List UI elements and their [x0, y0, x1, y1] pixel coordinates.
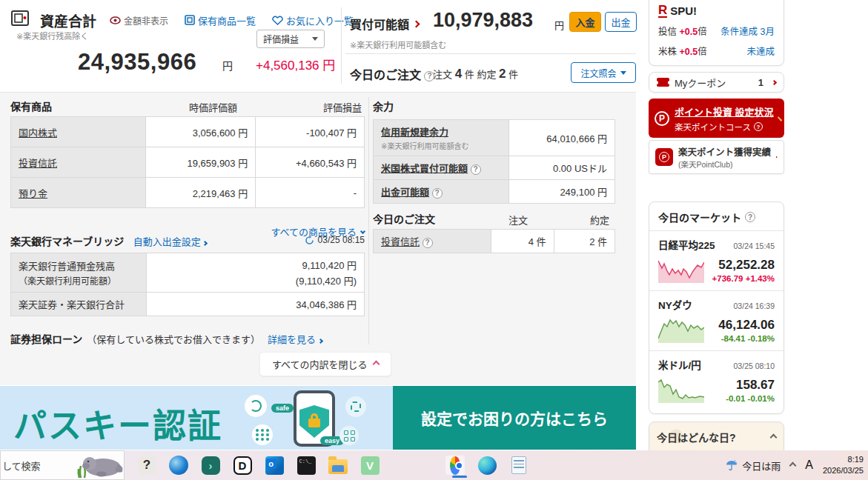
col-pl: 評価損益: [323, 100, 362, 114]
order-inquiry-button[interactable]: 注文照会: [571, 62, 636, 83]
passkey-banner[interactable]: パスキー認証 safe easy 設定でお困りの方はこちら: [0, 386, 636, 450]
auto-transfer-link[interactable]: 自動入出金設定: [133, 236, 208, 247]
table-row: 信用新規建余力 ※楽天銀行利用可能額含む 64,010,666 円: [374, 120, 615, 156]
market-item-nikkei[interactable]: 日経平均22503/24 15:45 52,252.28+736.79 +1.4…: [649, 231, 783, 291]
help-icon[interactable]: ?: [754, 122, 763, 131]
refresh-icon[interactable]: [305, 236, 314, 245]
filmora-icon[interactable]: ›: [201, 456, 220, 475]
spu-card: R SPU! 投信 +0.5倍 条件達成 3月 米株 +0.5倍 未達成: [649, 0, 784, 66]
bank-balance-sublabel: （楽天銀行利用可能額）: [19, 274, 139, 287]
bank-balance-value2: (9,110,420 円): [154, 273, 357, 287]
chrome-icon-active[interactable]: [445, 456, 465, 475]
margin-row-link[interactable]: 信用新規建余力: [381, 127, 448, 138]
today-orders-counts: 注文 4 件 約定 2 件: [433, 67, 518, 81]
weather-widget[interactable]: 今日は雨: [726, 459, 781, 473]
point-club-row[interactable]: P 楽天ポイント獲得実績 (楽天PointClub): [649, 140, 784, 174]
chevron-right-icon: [413, 20, 420, 27]
summary-header: 資産合計 金額非表示 保有商品一覧 お気に入り一覧 ※楽天銀行残高除く 評価損益: [0, 0, 636, 93]
margin-value-cell: 0.00 USドル: [509, 156, 615, 180]
deposit-button[interactable]: 入金: [569, 12, 601, 32]
market-value-cell: 3,056,600 円: [146, 117, 256, 147]
divider: [345, 53, 636, 54]
point-invest-title: ポイント投資 設定状況: [675, 107, 774, 118]
loan-detail-link[interactable]: 詳細を見る: [268, 332, 322, 346]
margin-row-link[interactable]: 米国株式買付可能額: [381, 163, 468, 174]
table-row: 投資信託 ? 4 件 2 件: [374, 230, 615, 253]
eye-icon: [110, 16, 121, 24]
buying-power-label[interactable]: 買付可能額: [350, 15, 409, 33]
safe-badge: safe: [271, 404, 294, 413]
col-orders: 注文: [508, 213, 528, 227]
help-icon[interactable]: ?: [432, 188, 443, 199]
chevron-up-icon[interactable]: [770, 433, 778, 441]
terminal-icon[interactable]: C:\_: [296, 456, 316, 475]
page-title: 資産合計: [40, 10, 96, 30]
spu-status-link[interactable]: 条件達成 3月: [720, 24, 775, 38]
help-icon[interactable]: ?: [423, 238, 433, 248]
market-item-usdjpy[interactable]: 米ドル/円03/25 08:10 158.67-0.01 -0.01%: [649, 351, 783, 410]
chevron-down-icon: [620, 71, 626, 75]
taskbar-search-box[interactable]: して検索: [0, 450, 125, 480]
davinci-d-app-icon[interactable]: D: [233, 456, 252, 475]
sparkline-chart: [658, 315, 704, 343]
withdraw-button[interactable]: 出金: [605, 12, 637, 32]
heart-icon: [272, 16, 283, 25]
fingerprint-icon: [245, 395, 267, 417]
table-row: 出金可能額 ? 249,100 円: [374, 180, 615, 204]
table-row: 米国株式買付可能額 ? 0.00 USドル: [374, 156, 615, 180]
divider: [341, 7, 342, 84]
rakuten-securities-page: 資産合計 金額非表示 保有商品一覧 お気に入り一覧 ※楽天銀行残高除く 評価損益: [0, 0, 868, 480]
holdings-row-link[interactable]: 国内株式: [19, 127, 57, 139]
asset-total-value: 24,935,966: [78, 49, 196, 76]
holdings-list-link[interactable]: 保有商品一覧: [185, 13, 256, 27]
help-icon[interactable]: ?: [471, 164, 481, 175]
buying-power-note: ※楽天銀行利用可能額含む: [350, 39, 446, 50]
margin-row-link[interactable]: 出金可能額: [381, 187, 429, 198]
refresh-timestamp: 03/25 08:15: [318, 235, 365, 245]
notepad-icon[interactable]: [509, 456, 529, 475]
holdings-table: 国内株式 3,056,600 円 -100,407 円 投資信託 19,659,…: [10, 116, 365, 208]
pl-mode-select[interactable]: 評価損益: [256, 30, 325, 48]
edge-icon[interactable]: [477, 456, 497, 475]
holdings-row-link[interactable]: 預り金: [19, 188, 47, 199]
order-row-link[interactable]: 投資信託: [381, 236, 420, 247]
spu-status-link[interactable]: 未達成: [746, 44, 775, 58]
asset-note: ※楽天銀行残高除く: [16, 30, 88, 41]
my-coupon-row[interactable]: Myクーポン 1: [649, 72, 784, 93]
col-fills: 約定: [590, 213, 609, 227]
file-explorer-icon[interactable]: [328, 456, 348, 475]
loan-title: 証券担保ローン: [10, 331, 82, 346]
tray-expand-chevron[interactable]: [789, 461, 797, 469]
table-row: 国内株式 3,056,600 円 -100,407 円: [11, 117, 365, 147]
help-icon[interactable]: ?: [745, 212, 755, 222]
margin-title: 余力: [373, 99, 615, 113]
fortune-title: 今日はどんな日?: [657, 430, 736, 444]
clip-studio-icon[interactable]: ?: [137, 456, 156, 475]
coupon-count: 1: [758, 77, 763, 88]
table-row: 預り金 2,219,463 円 -: [11, 178, 365, 208]
clock-widget[interactable]: 8:19 2026/03/25: [823, 454, 864, 477]
weather-text: 今日は雨: [742, 459, 781, 473]
close-all-details-button[interactable]: すべての内訳を閉じる: [259, 352, 391, 376]
hide-amount-toggle[interactable]: 金額非表示: [110, 14, 168, 27]
moneybridge-title: 楽天銀行マネーブリッジ: [10, 236, 124, 247]
vault-icon: [10, 9, 30, 31]
blue-swirl-app-icon[interactable]: [169, 456, 188, 475]
umbrella-icon: [726, 459, 738, 471]
market-item-nydow[interactable]: NYダウ03/24 16:39 46,124.06-84.41 -0.18%: [649, 291, 783, 351]
outlook-icon[interactable]: [265, 456, 284, 475]
chevron-right-icon: [772, 79, 777, 84]
collateral-loan-row: 証券担保ローン （保有している株式でお借入できます） 詳細を見る: [10, 331, 322, 346]
point-invest-panel[interactable]: P ポイント投資 設定状況 楽天ポイントコース?: [649, 99, 784, 138]
asset-total-change: +4,560,136 円: [256, 55, 335, 73]
ime-indicator[interactable]: A: [805, 459, 813, 472]
banner-cta-button[interactable]: 設定でお困りの方はこちら: [393, 386, 636, 450]
green-v-app-icon[interactable]: V: [360, 456, 380, 475]
market-title: 今日のマーケット: [658, 210, 741, 224]
holdings-row-link[interactable]: 投資信託: [19, 158, 57, 169]
point-p-icon: P: [655, 111, 669, 126]
combined-total-label: 楽天証券・楽天銀行合計: [11, 293, 147, 316]
table-row: 楽天証券・楽天銀行合計 34,046,386 円: [11, 293, 365, 316]
keypad-icon: [252, 424, 273, 445]
buying-power-unit: 円: [554, 18, 564, 32]
